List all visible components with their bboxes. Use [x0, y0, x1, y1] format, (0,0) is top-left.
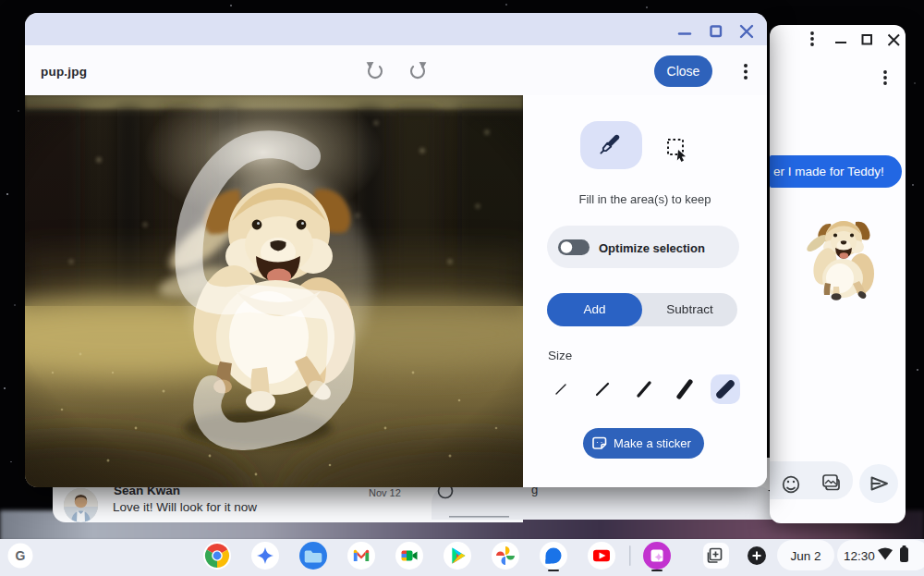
- svg-text:G: G: [16, 548, 26, 563]
- svg-text:Jun 2: Jun 2: [790, 549, 821, 563]
- svg-text:g: g: [531, 486, 538, 496]
- svg-text:12:30: 12:30: [844, 549, 875, 563]
